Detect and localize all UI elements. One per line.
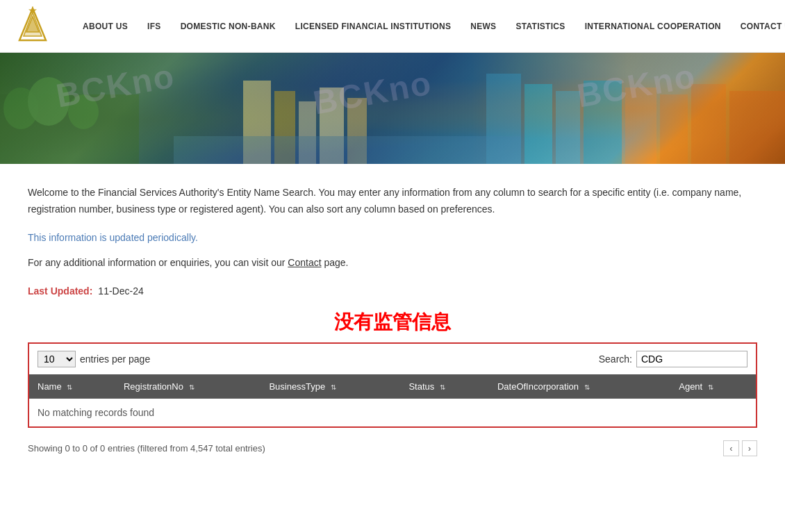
nav-domestic-non-bank[interactable]: DOMESTIC NON-BANK — [171, 0, 286, 53]
entries-control: 10 25 50 100 entries per page — [38, 351, 150, 367]
pagination-info: Showing 0 to 0 of 0 entries (filtered fr… — [28, 443, 265, 454]
svg-rect-20 — [691, 84, 726, 164]
no-reg-notice: 没有监管信息 — [334, 311, 451, 333]
sort-arrows-status: ⇅ — [440, 383, 445, 391]
svg-rect-21 — [729, 91, 785, 164]
sort-arrows-biz: ⇅ — [331, 383, 336, 391]
nav-licensed-financial[interactable]: LICENSED FINANCIAL INSTITUTIONS — [286, 0, 461, 53]
svg-rect-15 — [524, 84, 552, 164]
last-updated-value: 11-Dec-24 — [98, 285, 143, 297]
sort-arrows-reg: ⇅ — [189, 383, 195, 391]
svg-rect-22 — [174, 136, 521, 164]
col-date-incorporation[interactable]: DateOfIncorporation ⇅ — [489, 374, 670, 399]
col-biz-label: BusinessType — [269, 381, 325, 392]
col-business-type[interactable]: BusinessType ⇅ — [261, 374, 400, 399]
entries-label: entries per page — [80, 354, 150, 365]
contact-line-before: For any additional information or enquir… — [28, 257, 288, 268]
contact-line-after: page. — [322, 257, 349, 268]
main-content: Welcome to the Financial Services Author… — [0, 164, 785, 476]
col-date-label: DateOfIncorporation — [497, 381, 579, 392]
col-name[interactable]: Name ⇅ — [29, 374, 115, 399]
prev-button[interactable]: ‹ — [723, 440, 738, 456]
nav-contact-us[interactable]: CONTACT US — [731, 0, 785, 53]
update-info: This information is updated periodically… — [28, 232, 757, 243]
contact-line: For any additional information or enquir… — [28, 257, 757, 268]
no-results-cell: No matching records found — [29, 399, 756, 426]
svg-rect-16 — [556, 91, 580, 164]
pagination-row: Showing 0 to 0 of 0 entries (filtered fr… — [28, 435, 757, 462]
col-registration-no[interactable]: RegistrationNo ⇅ — [115, 374, 261, 399]
table-header-row: Name ⇅ RegistrationNo ⇅ BusinessType ⇅ S… — [29, 374, 756, 399]
next-button[interactable]: › — [742, 440, 757, 456]
nav-statistics[interactable]: STATISTICS — [506, 0, 575, 53]
hero-banner: BCKno BCKno BCKno — [0, 53, 785, 164]
last-updated-label: Last Updated: — [28, 285, 92, 297]
contact-link[interactable]: Contact — [288, 257, 321, 268]
entity-table: Name ⇅ RegistrationNo ⇅ BusinessType ⇅ S… — [29, 374, 756, 426]
nav-about-us[interactable]: ABOUT US — [73, 0, 138, 53]
search-control: Search: — [599, 351, 747, 367]
table-controls: 10 25 50 100 entries per page Search: — [29, 344, 756, 374]
nav-news[interactable]: NEWS — [461, 0, 506, 53]
logo — [14, 6, 52, 47]
svg-rect-19 — [660, 94, 688, 164]
last-updated-row: Last Updated: 11-Dec-24 — [28, 285, 757, 297]
search-label: Search: — [599, 354, 632, 365]
search-input[interactable] — [636, 351, 747, 367]
col-name-label: Name — [38, 381, 62, 392]
col-status[interactable]: Status ⇅ — [400, 374, 489, 399]
header: ABOUT US IFS DOMESTIC NON-BANK LICENSED … — [0, 0, 785, 53]
nav-ifs[interactable]: IFS — [138, 0, 171, 53]
col-status-label: Status — [408, 381, 434, 392]
table-container: 10 25 50 100 entries per page Search: Na… — [28, 342, 757, 428]
sort-arrows-agent: ⇅ — [708, 383, 713, 391]
pagination-buttons: ‹ › — [723, 440, 757, 456]
main-nav: ABOUT US IFS DOMESTIC NON-BANK LICENSED … — [73, 0, 785, 53]
logo-icon — [14, 6, 52, 47]
col-reg-label: RegistrationNo — [124, 381, 183, 392]
sort-arrows-date: ⇅ — [584, 383, 590, 391]
sort-arrows-name: ⇅ — [67, 383, 72, 391]
col-agent-label: Agent — [679, 381, 702, 392]
nav-international-cooperation[interactable]: INTERNATIONAL COOPERATION — [575, 0, 731, 53]
table-row-no-results: No matching records found — [29, 399, 756, 426]
col-agent[interactable]: Agent ⇅ — [670, 374, 756, 399]
entries-per-page-select[interactable]: 10 25 50 100 — [38, 351, 76, 367]
intro-paragraph: Welcome to the Financial Services Author… — [28, 185, 757, 218]
